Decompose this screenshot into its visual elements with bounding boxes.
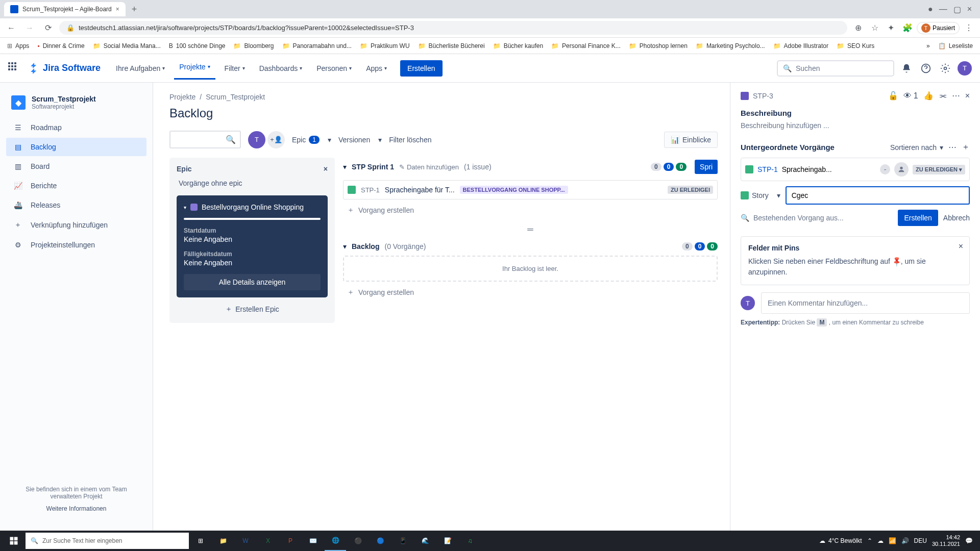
more-icon[interactable]: ⋯ xyxy=(952,91,960,101)
taskbar-search[interactable]: 🔍Zur Suche Text hier eingeben xyxy=(26,533,189,549)
zoom-icon[interactable]: ⊕ xyxy=(851,21,866,35)
star-icon[interactable]: ☆ xyxy=(868,21,882,35)
clear-filters[interactable]: Filter löschen xyxy=(389,136,431,144)
notifications-icon[interactable] xyxy=(899,61,914,76)
jira-logo[interactable]: Jira Software xyxy=(29,63,101,74)
bookmark-overflow[interactable]: » xyxy=(923,40,933,52)
back-icon[interactable]: ← xyxy=(4,21,18,35)
description-placeholder[interactable]: Beschreibung hinzufügen ... xyxy=(741,121,970,130)
weather-widget[interactable]: ☁4°C Bewölkt xyxy=(819,537,862,544)
new-tab-button[interactable]: + xyxy=(126,4,143,15)
add-subtask-icon[interactable]: ＋ xyxy=(962,142,970,153)
chevron-down-icon[interactable]: ▾ xyxy=(184,205,186,210)
browser-tab[interactable]: Scrum_Testprojekt – Agile-Board × xyxy=(4,2,126,16)
start-sprint-button[interactable]: Spri xyxy=(695,160,718,174)
mail-icon[interactable]: ✉️ xyxy=(302,531,324,551)
maximize-icon[interactable]: ▢ xyxy=(953,5,961,14)
language-indicator[interactable]: DEU xyxy=(914,537,927,544)
versions-filter[interactable]: Versionen ▾ xyxy=(338,136,382,144)
backlog-search[interactable]: 🔍 xyxy=(169,131,241,148)
close-pins-icon[interactable]: × xyxy=(959,242,963,251)
puzzle-icon[interactable]: 🧩 xyxy=(900,21,915,35)
show-all-details-button[interactable]: Alle Details anzeigen xyxy=(184,274,321,290)
bookmark-item[interactable]: 📁SEO Kurs xyxy=(834,40,877,52)
share-icon[interactable]: ⫘ xyxy=(939,91,947,101)
unlock-icon[interactable]: 🔓 xyxy=(888,91,898,101)
chrome-icon[interactable]: 🌐 xyxy=(325,531,346,551)
subtask-create-button[interactable]: Erstellen xyxy=(898,210,938,226)
project-header[interactable]: ◆ Scrum_Testprojekt Softwareprojekt xyxy=(6,93,146,118)
like-icon[interactable]: 👍 xyxy=(923,91,934,101)
subtask-status[interactable]: ZU ERLEDIGEN▾ xyxy=(913,165,965,174)
bookmark-item[interactable]: 📁Personal Finance K... xyxy=(548,40,624,52)
close-epic-panel-icon[interactable]: × xyxy=(324,165,328,173)
create-epic-button[interactable]: ＋Erstellen Epic xyxy=(177,297,328,316)
help-icon[interactable] xyxy=(919,61,933,76)
start-button[interactable] xyxy=(3,531,24,551)
detail-issue-key[interactable]: STP-3 xyxy=(753,92,773,100)
bookmark-item[interactable]: 📁Panoramabahn und... xyxy=(279,40,355,52)
bookmark-item[interactable]: 📁Bücher kaufen xyxy=(490,40,546,52)
clock[interactable]: 14:42 30.11.2021 xyxy=(932,534,960,547)
avatar-filter[interactable]: T xyxy=(248,131,265,148)
nav-your-work[interactable]: Ihre Aufgaben▾ xyxy=(111,60,170,77)
bookmark-item[interactable]: 📁Bloomberg xyxy=(230,40,277,52)
resize-handle-icon[interactable]: ═ xyxy=(343,221,718,238)
watch-button[interactable]: 👁1 xyxy=(903,91,918,101)
epic-filter[interactable]: Epic 1 ▾ xyxy=(292,136,331,144)
sidebar-item-settings[interactable]: ⚙Projekteinstellungen xyxy=(6,236,146,254)
word-icon[interactable]: W xyxy=(235,531,256,551)
unassigned-avatar[interactable] xyxy=(894,162,909,177)
bookmark-item[interactable]: 📁Praktikum WU xyxy=(357,40,413,52)
more-icon[interactable]: ⋯ xyxy=(948,142,957,152)
sidebar-item-releases[interactable]: 🚢Releases xyxy=(6,196,146,214)
nav-people[interactable]: Personen▾ xyxy=(311,60,357,77)
global-search[interactable]: 🔍 Suchen xyxy=(777,60,894,77)
subtask-summary-input[interactable] xyxy=(786,186,970,205)
issue-status[interactable]: ZU ERLEDIGEI xyxy=(668,186,713,194)
notifications-icon[interactable]: 💬 xyxy=(965,537,973,544)
breadcrumb-project[interactable]: Scrum_Testprojekt xyxy=(206,93,265,101)
bookmark-item[interactable]: 📁Social Media Mana... xyxy=(90,40,164,52)
volume-icon[interactable]: 🔊 xyxy=(901,537,909,544)
nav-filters[interactable]: Filter▾ xyxy=(219,60,250,77)
wifi-icon[interactable]: 📶 xyxy=(889,537,896,544)
subtask-key[interactable]: STP-1 xyxy=(757,165,778,173)
sidebar-item-reports[interactable]: 📈Berichte xyxy=(6,177,146,195)
minimize-icon[interactable]: — xyxy=(939,5,947,14)
add-assignee-button[interactable]: +👤 xyxy=(267,131,285,148)
bookmark-item[interactable]: 📋Leseliste xyxy=(935,40,976,52)
url-input[interactable]: 🔒 testdeutsch1.atlassian.net/jira/softwa… xyxy=(59,21,847,35)
explorer-icon[interactable]: 📁 xyxy=(212,531,234,551)
subtask-row[interactable]: STP-1 Spracheingab... - ZU ERLEDIGEN▾ xyxy=(741,158,970,181)
sidebar-item-board[interactable]: ▥Board xyxy=(6,157,146,176)
sidebar-item-add-link[interactable]: ＋Verknüpfung hinzufügen xyxy=(6,215,146,235)
close-tab-icon[interactable]: × xyxy=(116,6,119,13)
issue-row[interactable]: STP-1 Spracheingabe für T... BESTELLVORG… xyxy=(343,180,718,199)
close-window-icon[interactable]: × xyxy=(967,5,972,14)
issue-type-select[interactable]: Story ▾ xyxy=(741,188,780,203)
comment-input[interactable]: Einen Kommentar hinzufügen... xyxy=(761,292,970,314)
sidebar-item-roadmap[interactable]: ☰Roadmap xyxy=(6,118,146,137)
insights-button[interactable]: 📊Einblicke xyxy=(664,132,718,148)
add-dates-button[interactable]: ✎Daten hinzufügen xyxy=(399,163,459,171)
sort-dropdown[interactable]: Sortieren nach▾ xyxy=(890,143,943,152)
menu-icon[interactable]: ⋮ xyxy=(962,21,976,35)
powerpoint-icon[interactable]: P xyxy=(280,531,301,551)
subtask-cancel-button[interactable]: Abbrech xyxy=(943,214,970,222)
app-icon[interactable]: 📱 xyxy=(392,531,413,551)
create-issue-sprint[interactable]: ＋Vorgang erstellen xyxy=(343,199,718,221)
tray-chevron-icon[interactable]: ⌃ xyxy=(867,537,872,544)
issue-epic-label[interactable]: BESTELLVORGANG ONLINE SHOPP... xyxy=(460,186,568,194)
bookmark-item[interactable]: B100 schöne Dinge xyxy=(166,40,229,52)
create-button[interactable]: Erstellen xyxy=(400,60,442,77)
bookmark-item[interactable]: ▪Dinner & Crime xyxy=(34,40,87,52)
chevron-down-icon[interactable]: ▾ xyxy=(343,242,347,251)
reload-icon[interactable]: ⟳ xyxy=(41,21,55,35)
epic-card[interactable]: ▾ Bestellvorgang Online Shopping Startda… xyxy=(177,195,328,297)
bookmark-item[interactable]: ⊞Apps xyxy=(4,40,32,52)
create-issue-backlog[interactable]: ＋Vorgang erstellen xyxy=(343,282,718,303)
chevron-down-icon[interactable]: ▾ xyxy=(343,163,347,171)
nav-apps[interactable]: Apps▾ xyxy=(361,60,392,77)
breadcrumb-projects[interactable]: Projekte xyxy=(169,93,195,101)
